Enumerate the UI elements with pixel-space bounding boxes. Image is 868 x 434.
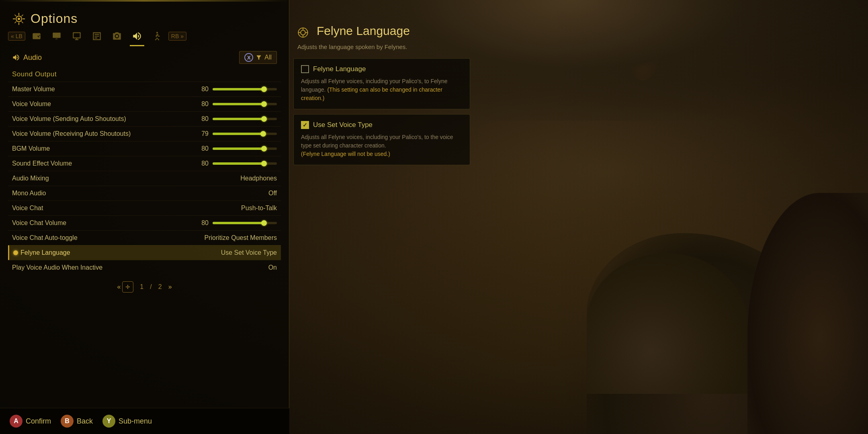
master-volume-slider[interactable]	[213, 88, 277, 90]
right-panel-subtitle: Adjusts the language spoken by Felynes.	[293, 43, 470, 50]
x-badge: X	[244, 53, 253, 62]
voice-volume-receiving-slider[interactable]	[213, 133, 277, 135]
setting-row-mono-audio[interactable]: Mono Audio Off	[8, 186, 281, 201]
tab-screen[interactable]	[88, 29, 106, 44]
setting-row-voice-chat-autotoggle[interactable]: Voice Chat Auto-toggle Prioritize Quest …	[8, 230, 281, 245]
tab-controls[interactable]	[28, 29, 45, 44]
voice-chat-volume-slider[interactable]	[213, 222, 277, 224]
setting-row-voice-volume[interactable]: Voice Volume 80	[8, 96, 281, 111]
option-box-header-1: Felyne Language	[301, 65, 463, 73]
panel-header: Options	[0, 0, 289, 26]
svg-point-12	[301, 30, 305, 35]
bottom-action-bar: A Confirm B Back Y Sub-menu	[0, 408, 289, 434]
option-box-header-2: Use Set Voice Type	[301, 121, 463, 129]
group-label-sound-output: Sound Output	[8, 69, 281, 82]
section-name: Audio	[23, 53, 42, 62]
lb-button[interactable]: « LB	[8, 32, 25, 41]
option-box-felyne-language: Felyne Language Adjusts all Felyne voice…	[293, 58, 470, 109]
setting-row-felyne-language[interactable]: Felyne Language Use Set Voice Type	[8, 245, 281, 260]
setting-row-audio-mixing[interactable]: Audio Mixing Headphones	[8, 171, 281, 186]
confirm-action[interactable]: A Confirm	[10, 415, 51, 428]
option-box-use-set-voice-type: Use Set Voice Type Adjusts all Felyne vo…	[293, 114, 470, 165]
svg-point-10	[156, 32, 158, 33]
option-name-felyne-language: Felyne Language	[313, 65, 366, 73]
option-desc-use-set-voice-type: Adjusts all Felyne voices, including you…	[301, 133, 463, 158]
filter-button[interactable]: X All	[239, 51, 277, 64]
setting-row-master-volume[interactable]: Master Volume 80	[8, 82, 281, 96]
option-name-use-set-voice-type: Use Set Voice Type	[313, 121, 373, 129]
submenu-label: Sub-menu	[119, 417, 152, 426]
right-panel-title: Felyne Language	[313, 24, 410, 38]
checkbox-felyne-language[interactable]	[301, 65, 309, 73]
setting-row-voice-chat-volume[interactable]: Voice Chat Volume 80	[8, 215, 281, 230]
setting-row-bgm-volume[interactable]: BGM Volume 80	[8, 141, 281, 156]
svg-line-9	[15, 21, 16, 23]
b-button: B	[61, 415, 74, 428]
panel-title-icon	[297, 27, 309, 38]
tab-accessibility[interactable]	[148, 29, 166, 44]
settings-list: Sound Output Master Volume 80 Voice Volu…	[0, 69, 289, 275]
setting-row-voice-volume-receiving[interactable]: Voice Volume (Receiving Auto Shoutouts) …	[8, 126, 281, 141]
top-decoration	[0, 0, 289, 2]
svg-point-1	[18, 18, 20, 20]
bgm-volume-slider[interactable]	[213, 147, 277, 150]
submenu-action[interactable]: Y Sub-menu	[102, 415, 152, 428]
sound-effect-volume-slider[interactable]	[213, 162, 277, 165]
filter-label: All	[264, 54, 272, 61]
svg-line-7	[21, 21, 23, 23]
page-total: 2	[158, 283, 162, 291]
page-current: 1	[140, 283, 143, 291]
rb-button[interactable]: RB »	[168, 32, 186, 41]
selected-indicator	[13, 250, 18, 255]
section-header: Audio X All	[0, 46, 289, 69]
pagination: « ✛ 1 / 2 »	[0, 275, 289, 299]
setting-row-sound-effect-volume[interactable]: Sound Effect Volume 80	[8, 156, 281, 171]
voice-volume-slider[interactable]	[213, 103, 277, 105]
dpad-icon: ✛	[122, 281, 133, 293]
back-action[interactable]: B Back	[61, 415, 93, 428]
page-title: Options	[31, 11, 78, 26]
back-label: Back	[77, 417, 93, 426]
tab-screenshot[interactable]	[108, 29, 126, 44]
checkbox-use-set-voice-type[interactable]	[301, 121, 309, 129]
tab-audio[interactable]	[128, 29, 146, 44]
confirm-label: Confirm	[26, 417, 51, 426]
audio-section-icon	[12, 53, 20, 61]
y-button: Y	[102, 415, 115, 428]
options-icon	[12, 12, 26, 26]
setting-row-voice-chat[interactable]: Voice Chat Push-to-Talk	[8, 201, 281, 215]
rock2	[587, 253, 747, 394]
tab-display1[interactable]	[48, 29, 66, 44]
svg-line-8	[21, 14, 23, 16]
section-title: Audio	[12, 53, 42, 62]
svg-line-6	[15, 14, 16, 16]
a-button: A	[10, 415, 23, 428]
page-nav-next[interactable]: »	[168, 283, 172, 291]
tab-bar: « LB	[0, 26, 289, 46]
options-panel: Options « LB	[0, 0, 289, 434]
right-description-panel: Felyne Language Adjusts the language spo…	[293, 24, 470, 170]
voice-volume-sending-slider[interactable]	[213, 118, 277, 120]
filter-icon	[256, 54, 262, 61]
page-separator: /	[150, 283, 151, 291]
option-highlight-2: (Felyne Language will not be used.)	[301, 151, 390, 157]
setting-row-voice-volume-sending[interactable]: Voice Volume (Sending Auto Shoutouts) 80	[8, 111, 281, 126]
tab-display2[interactable]	[68, 29, 86, 44]
option-desc-felyne-language: Adjusts all Felyne voices, including you…	[301, 77, 463, 102]
setting-row-play-voice-inactive[interactable]: Play Voice Audio When Inactive On	[8, 260, 281, 275]
page-nav-prev[interactable]: « ✛	[117, 281, 133, 293]
